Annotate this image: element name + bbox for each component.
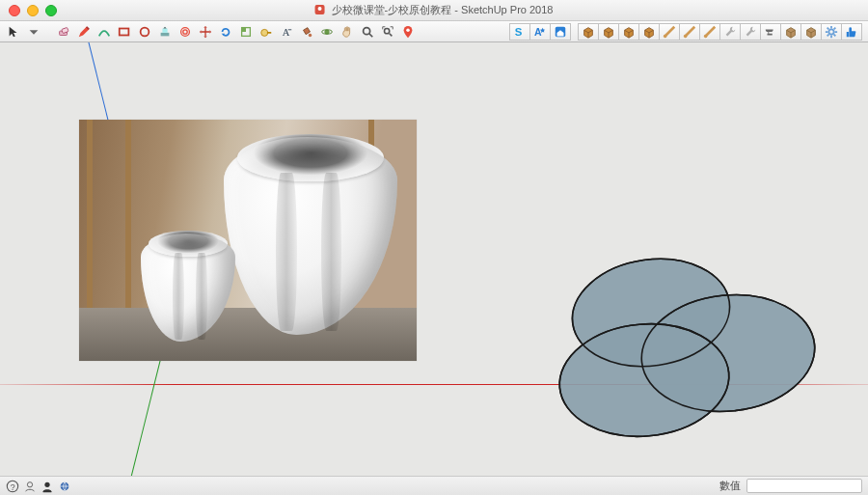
text-tool[interactable]: A: [277, 23, 295, 41]
svg-rect-2: [119, 28, 128, 35]
select-tool[interactable]: [4, 23, 22, 41]
warehouse-2[interactable]: [598, 23, 619, 41]
chevron-down-icon: [27, 25, 41, 39]
svg-rect-1: [61, 27, 68, 33]
svg-point-21: [704, 35, 708, 39]
eraser-icon: [57, 25, 70, 39]
box-down-icon: [602, 25, 615, 39]
dropdown-toggle[interactable]: [24, 23, 42, 41]
svg-point-20: [684, 35, 688, 39]
wood-stud: [87, 120, 93, 313]
scale-icon: [239, 25, 253, 39]
tool-14[interactable]: [841, 23, 862, 41]
status-geo-icon[interactable]: [58, 480, 71, 493]
add-location-tool[interactable]: [398, 23, 417, 41]
gear-icon: [825, 25, 838, 39]
svg-text:A: A: [282, 26, 289, 37]
extension-sketchup[interactable]: S: [509, 23, 530, 41]
svg-point-14: [384, 28, 389, 33]
arc-icon: [97, 25, 111, 39]
extension-style[interactable]: A: [529, 23, 551, 41]
window-controls: [0, 5, 57, 16]
reference-image[interactable]: [79, 120, 417, 361]
zoom-tool[interactable]: [358, 23, 376, 41]
extension-toolbar: SA: [510, 23, 862, 41]
window-titlebar: 少校微课堂-少校原创教程 - SketchUp Pro 2018: [0, 0, 868, 21]
vase-crease: [276, 173, 297, 331]
reference-floor: [79, 308, 417, 361]
rotate-tool[interactable]: [216, 23, 234, 41]
svg-point-8: [260, 29, 267, 36]
rectangle-tool[interactable]: [115, 23, 133, 41]
scale-tool[interactable]: [236, 23, 255, 41]
location-icon: [401, 25, 415, 39]
svg-point-15: [406, 28, 410, 32]
window-title: 少校微课堂-少校原创教程 - SketchUp Pro 2018: [315, 3, 554, 17]
status-person-solid-icon[interactable]: [41, 480, 54, 493]
close-button[interactable]: [9, 5, 20, 16]
move-tool[interactable]: [196, 23, 214, 41]
tool-13[interactable]: [821, 23, 842, 41]
tool-5[interactable]: [659, 23, 680, 41]
paint-bucket-tool[interactable]: [297, 23, 315, 41]
status-help-icon[interactable]: ?: [6, 480, 19, 493]
tool-10[interactable]: [760, 23, 781, 41]
tool-9[interactable]: [740, 23, 761, 41]
offset-icon: [178, 25, 192, 39]
offset-tool[interactable]: [176, 23, 194, 41]
svg-point-3: [140, 27, 149, 36]
maximize-button[interactable]: [45, 5, 57, 16]
text-icon: A: [280, 25, 293, 39]
box-icon: [582, 25, 595, 39]
model-viewport[interactable]: [0, 42, 868, 476]
measurement-input[interactable]: [746, 479, 862, 493]
diag3-icon: [703, 25, 717, 39]
tool-8[interactable]: [719, 23, 741, 41]
zoom-icon: [361, 25, 374, 39]
warehouse-1[interactable]: [578, 23, 599, 41]
wrench-icon: [723, 25, 737, 39]
circle-icon: [138, 25, 151, 39]
orbit-icon: [320, 25, 334, 39]
minimize-button[interactable]: [27, 5, 39, 16]
tape-icon: [259, 25, 273, 39]
status-bar: ? 數值: [0, 476, 868, 495]
app-badge-icon: [315, 5, 325, 14]
tape-measure-tool[interactable]: [257, 23, 275, 41]
wrench2-icon: [744, 25, 757, 39]
vase-rim: [237, 134, 383, 181]
svg-point-4: [180, 27, 189, 36]
status-user-icon[interactable]: [23, 480, 37, 493]
line-tool[interactable]: [74, 23, 93, 41]
diag2-icon: [683, 25, 696, 39]
svg-point-30: [44, 481, 49, 486]
svg-text:?: ?: [11, 481, 15, 491]
pushpull-tool[interactable]: [155, 23, 174, 41]
tool-12[interactable]: [800, 23, 822, 41]
eraser-tool[interactable]: [54, 23, 72, 41]
warehouse-4[interactable]: [638, 23, 660, 41]
svg-rect-7: [241, 27, 245, 31]
vase-crease: [196, 253, 207, 340]
tool-7[interactable]: [699, 23, 720, 41]
wood-stud: [125, 120, 131, 313]
a-star-icon: A: [533, 25, 547, 39]
rect-icon: [118, 25, 131, 39]
warehouse-3[interactable]: [618, 23, 639, 41]
s-logo-icon: S: [513, 25, 527, 39]
vase-crease: [321, 173, 342, 331]
svg-rect-23: [847, 32, 849, 37]
vase-crease: [173, 253, 184, 340]
pan-tool[interactable]: [338, 23, 356, 41]
circle-tool[interactable]: [135, 23, 153, 41]
zoom-extents-tool[interactable]: [378, 23, 396, 41]
orbit-tool[interactable]: [317, 23, 336, 41]
svg-point-13: [363, 27, 369, 34]
tool-6[interactable]: [679, 23, 700, 41]
extension-builder[interactable]: [550, 23, 571, 41]
svg-point-10: [308, 33, 312, 37]
arc-tool[interactable]: [95, 23, 113, 41]
tool-11[interactable]: [780, 23, 801, 41]
sketch-shape-group[interactable]: [540, 245, 829, 457]
cursor-icon: [7, 25, 20, 39]
